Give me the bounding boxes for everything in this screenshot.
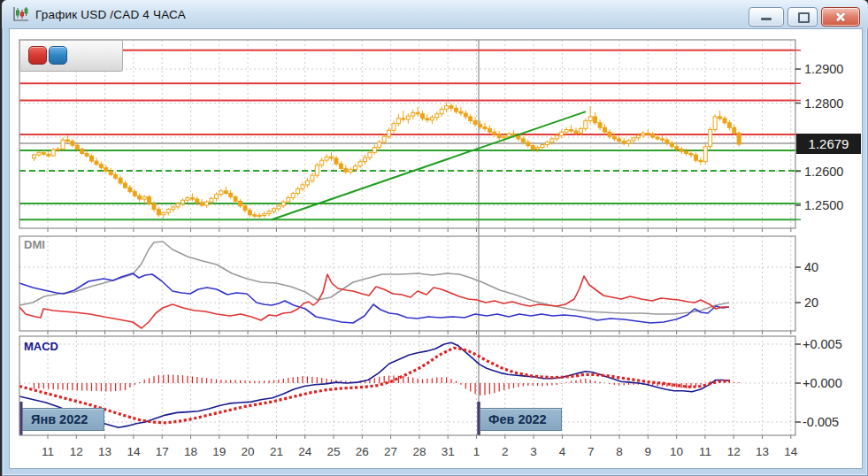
x-axis-label: 1 — [473, 445, 480, 458]
maximize-button[interactable] — [787, 7, 818, 27]
x-axis-label: 28 — [412, 445, 426, 458]
titlebar[interactable]: График USD /CAD 4 ЧАСА — [2, 0, 868, 28]
dmi-panel-canvas[interactable] — [19, 236, 795, 331]
maximize-icon — [798, 12, 810, 23]
x-axis-label: 14 — [784, 445, 798, 458]
macd-panel-canvas[interactable] — [19, 336, 795, 435]
x-axis-label: 12 — [727, 445, 741, 458]
price-axis-label: 1.2600 — [804, 165, 843, 179]
x-axis-label: 24 — [298, 445, 312, 458]
x-axis-label: 21 — [270, 445, 283, 458]
candlestick-chart-icon — [12, 5, 30, 23]
x-axis-label: 20 — [242, 445, 255, 458]
macd-axis-label: -0.005 — [803, 415, 839, 429]
x-axis-label: 4 — [559, 445, 566, 458]
dmi-label: DMI — [24, 238, 45, 251]
price-axis-label: 1.2900 — [804, 62, 843, 76]
x-axis-label: 25 — [326, 445, 340, 458]
panel-borders — [19, 40, 795, 435]
main-chart-panel-canvas[interactable] — [19, 40, 795, 228]
macd-axis-label: +0.000 — [803, 376, 842, 390]
x-axis-label: 13 — [98, 445, 111, 458]
x-axis-label: 11 — [42, 445, 54, 458]
chart-toolbar — [19, 40, 123, 72]
price-axis-label: 1.2500 — [804, 198, 843, 212]
dmi-axis-label: 40 — [804, 260, 818, 274]
right-axis: 1.29001.28001.26001.25004020+0.005+0.000… — [795, 50, 843, 429]
minimize-button[interactable] — [749, 7, 784, 27]
chart-client-area: 1112131417181920212425262728311234789101… — [9, 28, 863, 469]
macd-axis-label: +0.005 — [803, 337, 842, 351]
current-price-tag: 1.2679 — [796, 134, 861, 154]
month-tag-feb: Фев 2022 — [480, 408, 562, 431]
x-axis-label: 9 — [645, 445, 652, 458]
x-axis-label: 2 — [502, 445, 509, 458]
red-square-button[interactable] — [28, 46, 47, 65]
app-window: График USD /CAD 4 ЧАСА 11121314171819202… — [2, 0, 868, 476]
x-axis-label: 3 — [530, 445, 537, 458]
dmi-axis-label: 20 — [804, 296, 818, 310]
chart-svg: 1112131417181920212425262728311234789101… — [9, 28, 863, 469]
x-axis-label: 12 — [70, 445, 83, 458]
x-axis-label: 7 — [588, 445, 595, 458]
x-axis-label: 13 — [756, 445, 769, 458]
x-axis-label: 14 — [127, 445, 141, 458]
window-controls — [749, 7, 860, 27]
x-axis-label: 8 — [616, 445, 623, 458]
month-tag-jan: Янв 2022 — [22, 408, 104, 431]
x-axis-label: 10 — [670, 445, 683, 458]
x-axis-label: 31 — [442, 445, 455, 458]
minimize-icon — [761, 18, 772, 20]
blue-square-button[interactable] — [49, 46, 67, 65]
x-axis-label: 26 — [356, 445, 369, 458]
x-axis-label: 11 — [699, 445, 711, 458]
price-axis-label: 1.2800 — [804, 96, 843, 111]
close-button[interactable] — [821, 7, 860, 27]
macd-label: MACD — [24, 340, 58, 353]
x-axis-label: 18 — [184, 445, 197, 458]
x-axis-label: 27 — [384, 445, 397, 458]
x-axis-label: 19 — [212, 445, 226, 458]
window-title: График USD /CAD 4 ЧАСА — [35, 8, 186, 21]
x-axis-label: 17 — [156, 445, 169, 458]
